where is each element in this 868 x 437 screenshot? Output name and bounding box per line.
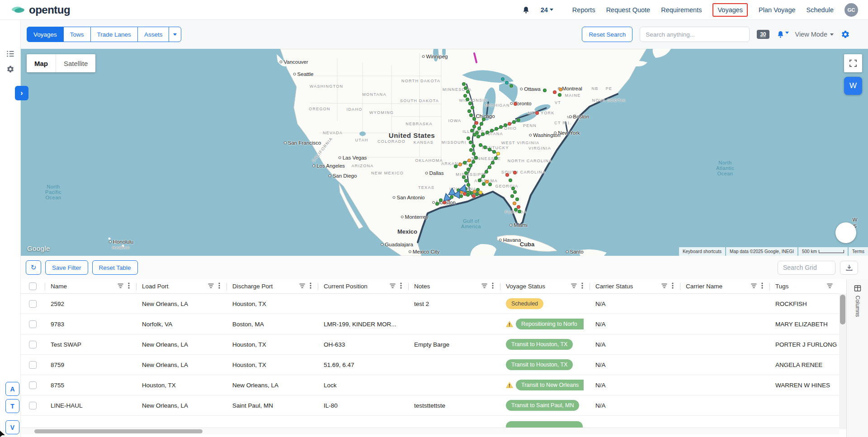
grid-search-input[interactable] [778, 261, 835, 275]
voyage-marker-g[interactable] [464, 171, 468, 175]
map-type-map-button[interactable]: Map [27, 54, 56, 72]
map-pan-control[interactable] [835, 222, 856, 243]
voyage-marker-g[interactable] [490, 129, 494, 132]
voyage-marker-g[interactable] [488, 183, 492, 186]
tabs-dropdown-button[interactable] [169, 27, 181, 42]
voyage-marker-g[interactable] [463, 94, 467, 98]
voyage-marker-g[interactable] [469, 113, 473, 117]
horizontal-scrollbar[interactable] [21, 428, 839, 434]
columns-panel-tab[interactable]: Columns [846, 279, 868, 437]
voyage-marker-g[interactable] [512, 120, 516, 124]
voyage-marker-g[interactable] [481, 132, 485, 136]
voyage-marker-g[interactable] [480, 122, 483, 126]
sidebar-expand-button[interactable]: › [15, 86, 28, 100]
voyage-marker-r[interactable] [475, 121, 478, 125]
filter-button[interactable] [299, 283, 305, 290]
voyage-marker-g[interactable] [517, 118, 520, 122]
voyage-marker-g[interactable] [464, 179, 468, 183]
select-all-checkbox[interactable] [29, 282, 37, 290]
voyage-marker-g[interactable] [491, 161, 495, 164]
voyage-marker-g[interactable] [475, 131, 479, 135]
voyage-marker-g[interactable] [464, 86, 467, 90]
voyage-marker-r[interactable] [505, 173, 509, 177]
voyage-marker-g[interactable] [469, 141, 472, 144]
voyage-marker-g[interactable] [470, 129, 474, 132]
voyage-marker-g[interactable] [543, 89, 547, 92]
voyage-marker-o[interactable] [559, 88, 562, 91]
download-grid-button[interactable] [840, 261, 858, 275]
voyage-marker-g[interactable] [482, 117, 486, 121]
voyage-marker-g[interactable] [466, 90, 470, 94]
voyage-marker-g[interactable] [475, 193, 479, 196]
tab-tows[interactable]: Tows [63, 27, 91, 42]
nav-voyages[interactable]: Voyages [712, 3, 748, 17]
voyage-marker-g[interactable] [488, 148, 491, 151]
voyage-marker-g[interactable] [469, 164, 472, 167]
vertical-scrollbar-thumb[interactable] [840, 295, 845, 324]
table-row-partial[interactable] [21, 416, 839, 428]
voyage-marker-g[interactable] [518, 210, 521, 213]
user-avatar[interactable]: GC [844, 3, 858, 17]
map-fullscreen-button[interactable] [844, 54, 862, 72]
row-checkbox[interactable] [29, 341, 37, 348]
voyage-marker-g[interactable] [439, 198, 443, 202]
voyage-marker-g[interactable] [454, 164, 458, 168]
voyage-marker-g[interactable] [515, 197, 519, 201]
voyage-marker-g[interactable] [472, 125, 476, 128]
voyage-marker-o[interactable] [467, 159, 471, 162]
voyage-marker-g[interactable] [463, 161, 467, 164]
table-row-8759[interactable]: 8759New Orleans, LAHouston, TX51.69, 6.4… [21, 355, 839, 375]
global-search-input[interactable] [640, 27, 750, 42]
voyage-marker-g[interactable] [466, 98, 469, 101]
alert-count-badge[interactable]: 30 [757, 30, 769, 39]
voyage-marker-r[interactable] [508, 122, 511, 126]
notification-count-dropdown[interactable]: 24 [541, 6, 553, 14]
nav-plan-voyage[interactable]: Plan Voyage [759, 6, 795, 14]
quick-button-v[interactable]: V [5, 420, 19, 434]
filter-button[interactable] [390, 283, 396, 290]
filter-button[interactable] [827, 283, 833, 290]
voyage-marker-g[interactable] [483, 146, 487, 149]
voyage-marker-g[interactable] [481, 174, 485, 178]
table-row-line-haul[interactable]: LINE-HAULNew Orleans, LASaint Paul, MNIL… [21, 395, 839, 416]
voyage-marker-g[interactable] [509, 84, 513, 88]
vessel-marker[interactable] [454, 190, 462, 200]
voyage-marker-y[interactable] [496, 152, 500, 155]
alerts-bell-icon[interactable] [777, 30, 788, 38]
table-row-8755[interactable]: 8755Houston, TXNew Orleans, LALockTransi… [21, 375, 839, 395]
row-checkbox[interactable] [29, 361, 37, 369]
voyage-marker-g[interactable] [492, 150, 496, 154]
voyage-marker-r[interactable] [535, 111, 539, 115]
list-view-icon[interactable] [6, 50, 14, 58]
voyage-marker-g[interactable] [478, 179, 481, 182]
voyage-marker-t[interactable] [505, 81, 509, 85]
app-logo[interactable]: opentug [11, 4, 70, 16]
nav-schedule[interactable]: Schedule [807, 6, 834, 14]
column-menu-button[interactable] [310, 282, 311, 290]
voyage-marker-g[interactable] [499, 125, 503, 129]
notifications-bell-icon[interactable] [522, 6, 530, 14]
voyage-marker-g[interactable] [488, 165, 491, 169]
column-menu-button[interactable] [218, 282, 220, 290]
voyage-marker-r[interactable] [513, 171, 517, 174]
reset-search-button[interactable]: Reset Search [582, 27, 632, 42]
row-checkbox[interactable] [29, 320, 37, 328]
table-row-9783[interactable]: 9783Norfolk, VABoston, MALMR-199, KINDER… [21, 314, 839, 334]
keyboard-shortcuts-link[interactable]: Keyboard shortcuts [679, 247, 725, 256]
voyage-marker-g[interactable] [467, 168, 470, 171]
voyage-marker-g[interactable] [472, 144, 475, 148]
row-checkbox[interactable] [29, 381, 37, 389]
column-menu-button[interactable] [672, 282, 674, 290]
settings-gear-icon[interactable] [6, 65, 14, 73]
column-menu-button[interactable] [761, 282, 763, 290]
voyages-map[interactable]: United StatesMexicoCubaNorth Pacific Oce… [21, 49, 868, 256]
voyage-marker-g[interactable] [514, 208, 518, 211]
voyage-marker-g[interactable] [474, 156, 478, 160]
view-mode-dropdown[interactable]: View Mode [795, 31, 834, 38]
tab-voyages[interactable]: Voyages [27, 27, 64, 42]
voyage-marker-g[interactable] [467, 109, 471, 113]
voyage-marker-g[interactable] [472, 152, 476, 155]
voyage-marker-o[interactable] [458, 163, 462, 166]
quick-button-t[interactable]: T [5, 399, 19, 413]
voyage-marker-g[interactable] [462, 82, 466, 86]
